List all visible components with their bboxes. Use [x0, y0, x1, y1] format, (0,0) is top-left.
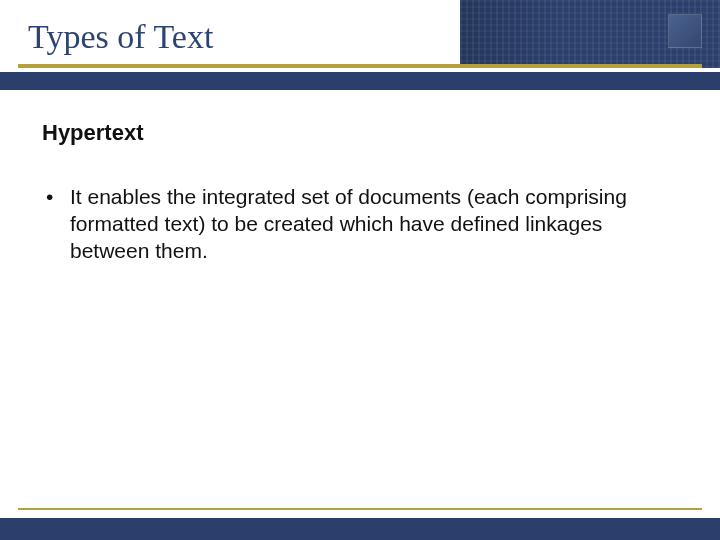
bullet-list: It enables the integrated set of documen… [42, 184, 660, 265]
slide-footer [0, 508, 720, 540]
slide-content: Hypertext It enables the integrated set … [42, 120, 660, 265]
header-band [0, 72, 720, 90]
chip-icon [668, 14, 702, 48]
bullet-text: It enables the integrated set of documen… [70, 185, 627, 262]
slide-subheading: Hypertext [42, 120, 660, 146]
footer-bar [0, 518, 720, 540]
list-item: It enables the integrated set of documen… [42, 184, 660, 265]
slide-header: Types of Text [0, 0, 720, 88]
title-underline [18, 64, 702, 68]
footer-thin-line [18, 508, 702, 510]
header-decorative-graphic [460, 0, 720, 68]
slide-title: Types of Text [28, 18, 213, 56]
